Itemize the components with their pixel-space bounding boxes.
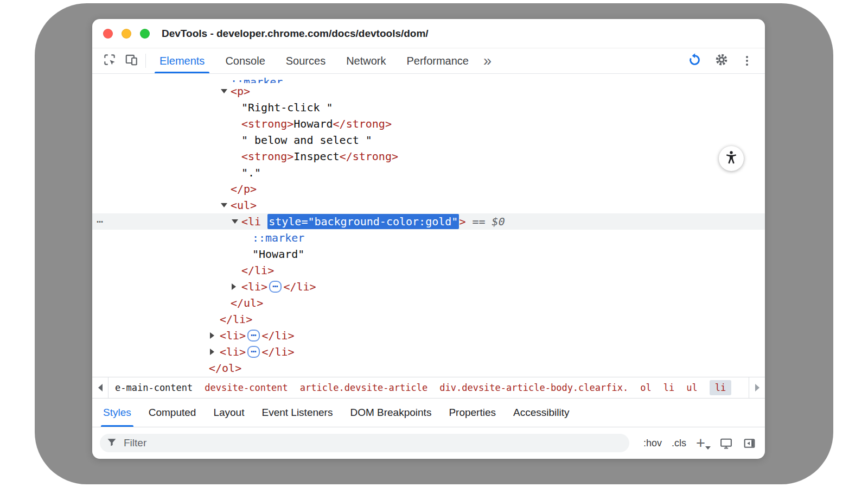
breadcrumb-scroll-right-button[interactable] (749, 377, 765, 398)
new-style-rule-button[interactable]: + (696, 438, 710, 448)
code-attr-sel: style="background-color:gold" (267, 214, 459, 229)
dom-tree-row[interactable]: <strong>Inspect</strong> (92, 148, 765, 165)
code-plain: " below and select " (241, 134, 372, 147)
tab-sources[interactable]: Sources (276, 48, 336, 73)
code-plain: Inspect (293, 150, 339, 163)
dom-tree-row[interactable]: </li> (92, 262, 765, 279)
tab-layout[interactable]: Layout (205, 399, 253, 427)
tab-elements[interactable]: Elements (149, 48, 215, 73)
code-pseudo: ::marker (252, 231, 304, 244)
close-button[interactable] (103, 29, 113, 39)
dom-tree-row[interactable]: " below and select " (92, 132, 765, 148)
styles-filter-bar: :hov .cls + (92, 427, 765, 459)
dom-tree-row[interactable]: </p> (92, 181, 765, 197)
inline-expand-ellipsis-button[interactable]: ⋯ (269, 281, 282, 293)
dom-node-selected-row[interactable]: ⋯<li style="background-color:gold"> == $… (92, 213, 765, 230)
dom-tree-row[interactable]: <strong>Howard</strong> (92, 116, 765, 132)
code-muted: == (472, 215, 485, 228)
dom-tree-row[interactable]: <p> (92, 83, 765, 99)
expand-arrow-icon[interactable] (210, 332, 214, 339)
expand-arrow-icon[interactable] (210, 349, 214, 355)
dom-tree-row[interactable]: </li> (92, 311, 765, 327)
tab-event-listeners[interactable]: Event Listeners (253, 399, 341, 427)
more-tabs-button[interactable]: » (479, 48, 496, 73)
toolbar-right-icons (684, 48, 765, 73)
panel-tabs: ElementsConsoleSourcesNetworkPerformance (149, 48, 479, 73)
rendering-emulations-button[interactable] (719, 437, 733, 450)
dom-tree-row[interactable]: ::marker (92, 74, 765, 83)
tab-dom-breakpoints[interactable]: DOM Breakpoints (341, 399, 440, 427)
gear-icon (714, 53, 729, 69)
dom-tree-row[interactable]: <li>⋯</li> (92, 327, 765, 344)
device-toolbar-icon (124, 53, 138, 69)
code-tag: <li> (220, 345, 246, 358)
collapse-arrow-icon[interactable] (221, 89, 227, 93)
code-plain (486, 215, 492, 228)
dom-tree-row[interactable]: <li>⋯</li> (92, 344, 765, 360)
inline-expand-ellipsis-button[interactable]: ⋯ (247, 346, 260, 358)
chevron-right-icon (755, 384, 760, 391)
code-tag: </li> (261, 345, 294, 358)
dom-tree-row[interactable]: "Howard" (92, 246, 765, 262)
code-tag: </li> (283, 280, 316, 293)
code-tag: </li> (220, 313, 252, 326)
dom-tree-row[interactable]: </ul> (92, 295, 765, 311)
sidebar-toggle-button[interactable] (743, 437, 756, 450)
chevron-double-right-icon: » (483, 53, 492, 69)
expand-arrow-icon[interactable] (232, 283, 236, 290)
toolbar-separator (145, 54, 146, 68)
breadcrumb-bar: e-main-contentdevsite-contentarticle.dev… (92, 377, 765, 398)
toggle-element-state-button[interactable]: :hov (643, 438, 662, 449)
code-tag: <strong> (241, 150, 293, 163)
tab-properties[interactable]: Properties (440, 399, 505, 427)
devtools-toolbar: ElementsConsoleSourcesNetworkPerformance… (92, 48, 765, 74)
dom-tree-row[interactable]: "Right-click " (92, 99, 765, 116)
breadcrumb-item[interactable]: li (663, 382, 674, 393)
code-tag: > (459, 215, 465, 228)
filter-bar-buttons: :hov .cls + (643, 437, 757, 450)
breadcrumb-item[interactable]: ul (686, 382, 697, 393)
dom-tree-row[interactable]: ::marker (92, 230, 765, 246)
tab-performance[interactable]: Performance (397, 48, 480, 73)
breadcrumb: e-main-contentdevsite-contentarticle.dev… (108, 377, 749, 398)
tab-network[interactable]: Network (336, 48, 396, 73)
element-classes-button[interactable]: .cls (672, 438, 686, 449)
settings-button[interactable] (711, 53, 732, 69)
more-options-button[interactable] (738, 52, 756, 70)
row-overflow-dots: ⋯ (97, 213, 104, 230)
breadcrumb-item[interactable]: devsite-content (205, 382, 288, 393)
breadcrumb-item[interactable]: article.devsite-article (300, 382, 427, 393)
filter-input[interactable] (123, 437, 623, 450)
dom-tree-row[interactable]: <li>⋯</li> (92, 279, 765, 295)
tab-styles[interactable]: Styles (94, 399, 140, 427)
breadcrumb-item[interactable]: div.devsite-article-body.clearfix. (439, 382, 628, 393)
inline-expand-ellipsis-button[interactable]: ⋯ (247, 330, 260, 342)
dom-tree-row[interactable]: "." (92, 165, 765, 181)
tab-console[interactable]: Console (215, 48, 275, 73)
tab-accessibility[interactable]: Accessibility (505, 399, 578, 427)
code-tag: </li> (241, 264, 274, 277)
code-tag: </p> (231, 182, 257, 195)
minimize-button[interactable] (122, 29, 131, 39)
code-plain: Howard (293, 117, 333, 130)
sync-button[interactable] (684, 53, 705, 69)
tab-computed[interactable]: Computed (140, 399, 205, 427)
zoom-button[interactable] (140, 29, 150, 39)
filter-field[interactable] (100, 434, 629, 452)
code-tag: </ul> (231, 296, 263, 309)
breadcrumb-item[interactable]: e-main-content (115, 382, 193, 393)
breadcrumb-item-selected[interactable]: li (710, 380, 731, 395)
code-tag: <li (241, 215, 267, 228)
collapse-arrow-icon[interactable] (232, 219, 238, 224)
code-tag: <li> (220, 329, 246, 342)
chevron-left-icon (98, 384, 103, 391)
code-tag: <ul> (231, 199, 257, 212)
device-toolbar-button[interactable] (120, 48, 142, 73)
filter-funnel-icon (106, 437, 117, 450)
collapse-arrow-icon[interactable] (221, 203, 227, 207)
dom-tree-row[interactable]: <ul> (92, 197, 765, 213)
inspect-element-button[interactable] (99, 48, 120, 73)
breadcrumb-scroll-left-button[interactable] (92, 377, 108, 398)
dom-tree-row[interactable]: </ol> (92, 360, 765, 376)
breadcrumb-item[interactable]: ol (640, 382, 651, 393)
